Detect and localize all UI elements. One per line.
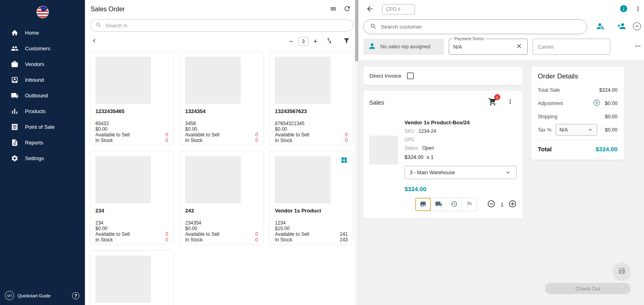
collapse-section-button[interactable] (629, 20, 644, 34)
product-image-placeholder (185, 156, 241, 203)
sort-button[interactable] (322, 35, 336, 47)
sidebar: Home Customers Vendors Inbound Outbound … (0, 0, 85, 305)
carrier-input[interactable] (533, 39, 610, 55)
help-icon[interactable]: ? (72, 292, 79, 299)
store-pickup-button[interactable] (415, 198, 431, 211)
available-value: 0 (345, 132, 348, 138)
tax-select[interactable]: N/A (555, 124, 597, 136)
in-stock-label: In Stock (275, 237, 292, 243)
divider (538, 140, 617, 140)
sidebar-item-customers[interactable]: Customers (0, 41, 85, 56)
product-image-placeholder (95, 156, 151, 203)
save-order-button[interactable] (613, 263, 630, 280)
quantity-stepper: 1 (487, 200, 517, 209)
scrollbar-thumb[interactable] (355, 0, 358, 61)
vertical-dots-icon (507, 98, 514, 106)
direct-invoice-label: Direct Invoice (369, 73, 401, 79)
product-name: 1232435465 (95, 108, 168, 114)
decrease-qty-button[interactable] (487, 200, 495, 209)
add-adjustment-button[interactable] (593, 99, 601, 108)
payment-terms-label: Payment Terms (453, 36, 485, 41)
order-panel: No sales rep assigned Payment Terms N/A … (359, 0, 644, 305)
sidebar-item-settings[interactable]: Settings (0, 150, 85, 166)
upc-label: UPC (405, 137, 415, 142)
qty-suffix: x 1 (427, 154, 433, 160)
sidebar-item-inbound[interactable]: Inbound (0, 72, 85, 88)
sidebar-item-home[interactable]: Home (0, 25, 85, 41)
ship-button[interactable] (431, 198, 446, 211)
sidebar-item-label: Inbound (25, 77, 44, 83)
sidebar-item-outbound[interactable]: Outbound (0, 88, 85, 103)
chevron-down-icon (587, 127, 593, 133)
sku-label: SKU (405, 128, 415, 134)
product-image-placeholder (95, 256, 151, 303)
collapse-panel-button[interactable] (87, 35, 101, 47)
sidebar-item-products[interactable]: Products (0, 103, 85, 119)
order-details-card: Order Details Total Sale $324.00 Adjustm… (531, 67, 624, 160)
product-search-input[interactable] (105, 23, 348, 29)
list-view-button[interactable] (326, 3, 340, 16)
decrease-columns-button[interactable]: − (288, 37, 295, 45)
product-name: 1324354 (185, 108, 258, 114)
product-search[interactable] (90, 19, 353, 32)
logo-icon (36, 6, 49, 19)
filter-button[interactable] (340, 35, 353, 47)
available-label: Available to Sell (95, 231, 130, 237)
products-panel: Sales Order − 3 + (85, 0, 359, 305)
product-grid: 1232435465 65432 $0.00 Available to Sell… (85, 51, 358, 305)
sidebar-item-vendors[interactable]: Vendors (0, 56, 85, 72)
increase-columns-button[interactable]: + (312, 37, 319, 45)
refresh-icon (343, 5, 351, 14)
product-card[interactable]: 234 234 $0.00 Available to Sell0 In Stoc… (90, 151, 174, 245)
product-card[interactable]: 13243567623 87654321345 $0.00 Available … (269, 52, 353, 145)
clear-payment-terms-button[interactable] (515, 42, 523, 52)
customer-search[interactable] (363, 19, 587, 34)
person-search-icon (596, 22, 605, 32)
save-icon (618, 267, 626, 276)
available-value: 241 (340, 231, 348, 237)
backorder-button[interactable] (446, 198, 461, 211)
products-icon (10, 107, 19, 115)
customer-search-input[interactable] (381, 24, 581, 30)
available-value: 0 (255, 132, 258, 138)
chevron-left-icon (91, 37, 98, 45)
report-icon (10, 139, 19, 147)
available-value: 0 (255, 231, 258, 237)
info-button[interactable] (616, 2, 631, 16)
product-card[interactable] (90, 250, 174, 305)
refresh-button[interactable] (340, 3, 354, 16)
add-customer-button[interactable] (614, 20, 629, 34)
product-card[interactable]: 1324354 3456 $0.00 Available to Sell0 In… (180, 52, 264, 145)
checkout-button[interactable]: Check Out (545, 283, 631, 294)
product-card[interactable]: 243 234354 $0.00 Available to Sell0 In S… (180, 151, 264, 245)
sku-value: 1234-24 (419, 128, 436, 134)
product-card[interactable]: 1232435465 65432 $0.00 Available to Sell… (90, 52, 174, 145)
flag-button[interactable] (461, 198, 477, 211)
history-icon (450, 200, 458, 209)
sales-rep-chip[interactable]: No sales rep assigned (363, 39, 444, 55)
customer-lookup-button[interactable] (593, 20, 608, 34)
increase-qty-button[interactable] (508, 200, 517, 209)
product-name: 13243567623 (275, 108, 348, 114)
sidebar-item-point-of-sale[interactable]: Point of Sale (0, 119, 85, 135)
more-menu-button[interactable] (631, 3, 644, 16)
cpo-number-input[interactable] (382, 4, 415, 14)
receipt-icon (10, 123, 19, 131)
warehouse-select[interactable]: 3 - Main Warehouse (405, 166, 517, 179)
sales-rep-label: No sales rep assigned (380, 44, 430, 49)
scrollbar-track[interactable] (355, 0, 358, 305)
sidebar-item-reports[interactable]: Reports (0, 135, 85, 150)
cart-button[interactable]: 1 (488, 97, 497, 107)
store-icon (419, 200, 427, 209)
sort-icon (326, 37, 333, 45)
quickstart-label[interactable]: Quickstart Guide (18, 293, 68, 298)
direct-invoice-checkbox[interactable] (407, 72, 414, 79)
available-label: Available to Sell (185, 132, 219, 138)
back-button[interactable] (363, 3, 376, 16)
sales-menu-button[interactable] (504, 96, 517, 108)
payment-terms-field[interactable]: Payment Terms N/A (449, 39, 528, 55)
more-options-button[interactable] (631, 40, 644, 53)
product-card[interactable]: Vendor 1s Product 1234 $15.00 Available … (269, 151, 353, 245)
in-stock-value: 0 (255, 138, 258, 143)
grid-controls: − 3 + (288, 35, 353, 47)
